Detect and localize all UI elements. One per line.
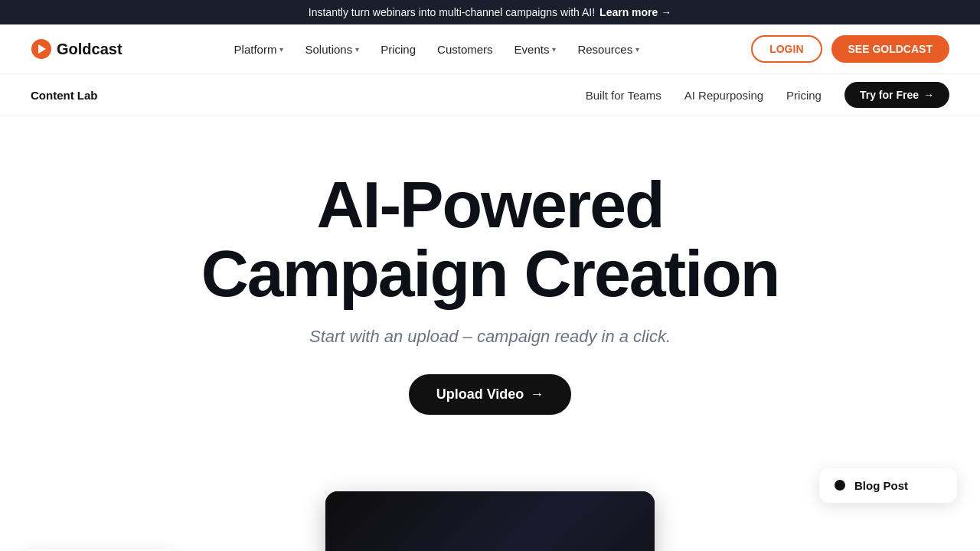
nav-resources[interactable]: Resources▾: [577, 43, 639, 56]
nav-customers[interactable]: Customers: [437, 43, 493, 56]
content-lab-nav: Content Lab Built for Teams AI Repurposi…: [0, 74, 980, 116]
main-nav: Goldcast Platform▾ Solutions▾ Pricing Cu…: [0, 24, 980, 74]
hero-heading: AI-Powered Campaign Creation: [145, 170, 835, 308]
login-button[interactable]: LOGIN: [751, 35, 822, 63]
chevron-down-icon: ▾: [355, 45, 359, 54]
cl-pricing[interactable]: Pricing: [786, 89, 822, 102]
try-for-free-button[interactable]: Try for Free →: [844, 82, 949, 108]
logo-text: Goldcast: [57, 41, 122, 58]
cl-built-for-teams[interactable]: Built for Teams: [586, 89, 662, 102]
hero-section: AI-Powered Campaign Creation Start with …: [0, 116, 980, 438]
announcement-text: Instantly turn webinars into multi-chann…: [309, 6, 595, 18]
nav-solutions[interactable]: Solutions▾: [305, 43, 359, 56]
nav-pricing[interactable]: Pricing: [381, 43, 416, 56]
announcement-bar: Instantly turn webinars into multi-chann…: [0, 0, 980, 24]
blog-post-label: Blog Post: [854, 479, 908, 492]
announcement-link[interactable]: Learn more →: [599, 6, 671, 18]
video-thumbnail: AISummit: [325, 491, 655, 551]
content-lab-title: Content Lab: [31, 89, 98, 102]
blog-post-card: Blog Post: [819, 468, 957, 503]
preview-area: in LinkedIn Post Blog Post AISummit ▶ CL…: [0, 461, 980, 551]
nav-events[interactable]: Events▾: [514, 43, 557, 56]
blog-dot-icon: [835, 480, 845, 491]
chevron-down-icon: ▾: [635, 45, 639, 54]
logo[interactable]: Goldcast: [31, 38, 122, 60]
chevron-down-icon: ▾: [279, 45, 283, 54]
chevron-down-icon: ▾: [552, 45, 556, 54]
see-goldcast-button[interactable]: SEE GOLDCAST: [831, 35, 949, 63]
logo-icon: [31, 38, 52, 60]
hero-subheading: Start with an upload – campaign ready in…: [31, 327, 949, 347]
nav-links: Platform▾ Solutions▾ Pricing Customers E…: [234, 43, 640, 56]
content-lab-links: Built for Teams AI Repurposing Pricing T…: [586, 82, 949, 108]
upload-video-button[interactable]: Upload Video →: [409, 374, 572, 415]
cl-ai-repurposing[interactable]: AI Repurposing: [684, 89, 763, 102]
nav-platform[interactable]: Platform▾: [234, 43, 284, 56]
nav-actions: LOGIN SEE GOLDCAST: [751, 35, 949, 63]
